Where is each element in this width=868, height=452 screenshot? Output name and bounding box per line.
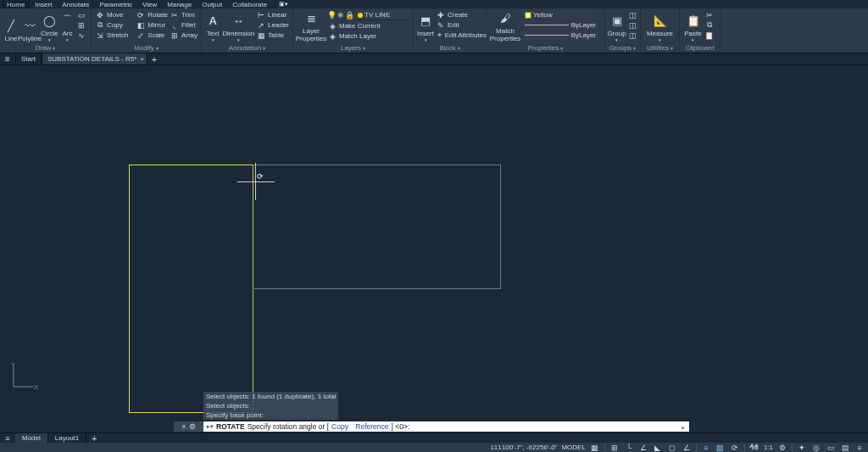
- rect-icon[interactable]: ▭: [76, 10, 86, 20]
- fillet-button[interactable]: ◟Fillet: [170, 20, 198, 30]
- measure-button[interactable]: 📐Measure▾: [645, 10, 676, 42]
- cut-icon[interactable]: ✂: [704, 10, 715, 20]
- chevron-down-icon[interactable]: ▾: [363, 45, 365, 51]
- osnap-icon[interactable]: ◻: [667, 444, 677, 452]
- spline-icon[interactable]: ∿: [76, 31, 86, 40]
- menu-home[interactable]: Home: [2, 1, 30, 8]
- document-tab-bar: ≡ Start SUBSTATION DETAILS - R5*× +: [0, 53, 868, 65]
- freeze-icon[interactable]: ❄: [337, 11, 344, 20]
- new-tab-button[interactable]: +: [147, 54, 161, 64]
- workspace-icon[interactable]: ✦: [797, 444, 807, 452]
- paste-button[interactable]: 📋Paste▾: [684, 10, 703, 42]
- lineweight-dropdown[interactable]: ByLayer: [522, 31, 598, 40]
- chevron-down-icon[interactable]: ▾: [156, 45, 159, 51]
- copy-button[interactable]: ⧉Copy: [95, 20, 134, 30]
- command-opt-reference[interactable]: Reference: [355, 422, 388, 431]
- menu-output[interactable]: Output: [197, 1, 227, 8]
- linear-button[interactable]: ⊢Linear: [256, 10, 289, 20]
- menu-view[interactable]: View: [137, 1, 162, 8]
- menu-collaborate[interactable]: Collaborate: [227, 1, 272, 8]
- close-icon[interactable]: ×: [140, 55, 144, 63]
- layout-menu-icon[interactable]: ≡: [0, 434, 15, 443]
- make-current-button[interactable]: ◈Make Current: [327, 21, 409, 31]
- chevron-down-icon[interactable]: ▾: [458, 45, 460, 51]
- annoscale-icon[interactable]: ⅍: [749, 443, 760, 452]
- layout1-tab[interactable]: Layout1: [48, 433, 86, 444]
- scale-label[interactable]: 1:1: [764, 444, 773, 451]
- grid-icon[interactable]: ▦: [590, 444, 600, 452]
- leader-button[interactable]: ↗Leader: [256, 20, 289, 30]
- chevron-down-icon[interactable]: ▾: [560, 45, 563, 51]
- dimension-button[interactable]: ↔Dimension▾: [222, 10, 254, 42]
- group-opt3-icon[interactable]: ◫: [628, 31, 638, 40]
- group-opt1-icon[interactable]: ◫: [628, 10, 638, 20]
- ortho-icon[interactable]: └: [624, 444, 634, 452]
- options-icon[interactable]: ⚙: [189, 422, 196, 431]
- annotation-monitor-icon[interactable]: ◎: [811, 444, 821, 452]
- match-layer-button[interactable]: ◈Match Layer: [327, 31, 409, 41]
- group-opt2-icon[interactable]: ◫: [628, 20, 638, 30]
- text-button[interactable]: AText▾: [205, 10, 220, 42]
- drawing-canvas[interactable]: ⟳ Y X Select objects: 1 found (1 duplica…: [0, 67, 868, 443]
- add-layout-button[interactable]: +: [86, 433, 102, 444]
- line-button[interactable]: ╱Line: [3, 10, 19, 42]
- create-button[interactable]: ✚Create: [436, 10, 487, 20]
- lock-icon[interactable]: 🔒: [345, 11, 354, 20]
- hatch-icon[interactable]: ⊞: [76, 20, 86, 30]
- table-button[interactable]: ▦Table: [256, 31, 289, 40]
- gear-icon[interactable]: ⚙: [777, 444, 787, 452]
- lineweight-toggle[interactable]: ≡: [701, 444, 711, 452]
- insert-button[interactable]: ⬒Insert▾: [417, 10, 434, 42]
- edit-button[interactable]: ✎Edit: [436, 20, 487, 30]
- customize-icon[interactable]: ≡: [854, 444, 865, 452]
- layer-dropdown[interactable]: TV LINE: [355, 10, 409, 20]
- trim-button[interactable]: ✂Trim: [170, 10, 198, 20]
- arc-button[interactable]: ⌒Arc▾: [59, 10, 75, 42]
- chevron-down-icon[interactable]: ▾: [263, 45, 265, 51]
- menu-annotate[interactable]: Annotate: [57, 1, 94, 8]
- model-tab[interactable]: Model: [15, 433, 48, 444]
- command-opt-copy[interactable]: Copy: [331, 422, 348, 431]
- stretch-button[interactable]: ⇲Stretch: [95, 31, 134, 40]
- menu-parametric[interactable]: Parametric: [94, 1, 137, 8]
- rotate-button[interactable]: ⟳Rotate: [136, 10, 168, 20]
- menu-manage[interactable]: Manage: [162, 1, 197, 8]
- polyline-button[interactable]: 〰Polyline: [20, 10, 39, 42]
- modify-col3: ✂Trim ◟Fillet ⊞Array: [170, 10, 198, 40]
- modify-col1: ✥Move ⧉Copy ⇲Stretch: [95, 10, 134, 40]
- history-up-icon[interactable]: ▲: [680, 424, 686, 430]
- linetype-dropdown[interactable]: ByLayer: [522, 20, 598, 30]
- start-tab[interactable]: Start: [15, 53, 42, 64]
- edit-attr-button[interactable]: ⌖Edit Attributes: [436, 31, 487, 40]
- annotation-stack: ⊢Linear ↗Leader ▦Table: [256, 10, 289, 40]
- mirror-button[interactable]: ◧Mirror: [136, 20, 168, 30]
- cycling-icon[interactable]: ⟳: [730, 444, 740, 452]
- menu-insert[interactable]: Insert: [30, 1, 57, 8]
- circle-button[interactable]: ◯Circle▾: [41, 10, 58, 42]
- tab-menu-icon[interactable]: ≡: [0, 54, 15, 64]
- quick-props-icon[interactable]: ▤: [840, 444, 850, 452]
- command-input[interactable]: ▸▾ ROTATE Specify rotation angle or [Cop…: [203, 421, 689, 432]
- units-icon[interactable]: ▭: [826, 444, 836, 452]
- match-properties-button[interactable]: 🖌MatchProperties: [490, 10, 520, 42]
- polar-icon[interactable]: ∠: [638, 444, 648, 452]
- iso-icon[interactable]: ◣: [653, 444, 663, 452]
- array-button[interactable]: ⊞Array: [170, 31, 198, 40]
- command-handle[interactable]: ×⚙: [174, 421, 203, 432]
- layer-properties-button[interactable]: ≣LayerProperties: [297, 10, 326, 42]
- move-button[interactable]: ✥Move: [95, 10, 134, 20]
- app-switcher-icon[interactable]: ▣▾: [277, 0, 289, 8]
- otrack-icon[interactable]: ∠: [682, 444, 692, 452]
- document-tab[interactable]: SUBSTATION DETAILS - R5*×: [42, 53, 147, 64]
- paste-spec-icon[interactable]: 📋: [704, 31, 715, 40]
- bulb-icon[interactable]: 💡: [327, 11, 337, 20]
- chevron-down-icon[interactable]: ▾: [53, 45, 55, 51]
- space-toggle[interactable]: MODEL: [561, 444, 585, 451]
- copy-clip-icon[interactable]: ⧉: [704, 20, 715, 30]
- snap-icon[interactable]: ⊞: [609, 444, 620, 452]
- close-cmd-icon[interactable]: ×: [181, 422, 186, 431]
- scale-button[interactable]: ⤢Scale: [136, 31, 168, 40]
- group-button[interactable]: ▣Group▾: [608, 10, 626, 42]
- color-dropdown[interactable]: Yellow: [522, 10, 598, 20]
- transparency-toggle[interactable]: ▨: [715, 444, 726, 452]
